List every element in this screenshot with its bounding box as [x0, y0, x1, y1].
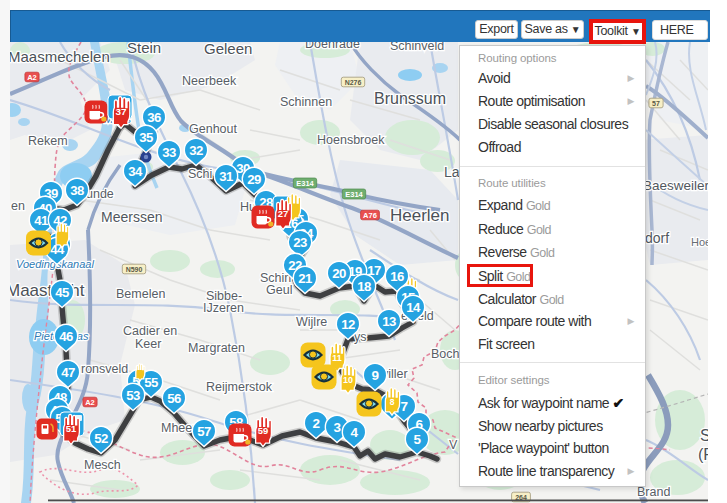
- svg-text:Bemelen: Bemelen: [116, 287, 165, 301]
- svg-text:20: 20: [332, 266, 346, 281]
- svg-text:Schinveld: Schinveld: [390, 42, 444, 53]
- svg-text:IJzeren: IJzeren: [203, 301, 244, 315]
- svg-text:21: 21: [298, 271, 312, 286]
- svg-text:7: 7: [400, 399, 407, 414]
- svg-text:57: 57: [197, 424, 211, 439]
- svg-text:41: 41: [34, 213, 48, 228]
- svg-text:Hoe: Hoe: [691, 236, 708, 248]
- svg-text:E314: E314: [296, 179, 314, 188]
- svg-text:10: 10: [343, 375, 353, 385]
- svg-text:55: 55: [144, 375, 158, 390]
- svg-text:12: 12: [341, 317, 355, 332]
- svg-text:A76: A76: [363, 211, 377, 220]
- svg-text:36: 36: [147, 110, 161, 125]
- svg-text:8: 8: [390, 397, 395, 407]
- svg-text:V: V: [449, 438, 458, 452]
- svg-text:4: 4: [350, 425, 358, 440]
- svg-text:3: 3: [333, 420, 341, 435]
- svg-text:Reijmerstok: Reijmerstok: [206, 380, 273, 394]
- svg-text:52: 52: [94, 431, 108, 446]
- svg-text:(R: (R: [698, 446, 708, 463]
- svg-text:Neerbeek: Neerbeek: [182, 74, 237, 88]
- svg-text:Brand: Brand: [637, 485, 670, 499]
- svg-text:Genhout: Genhout: [189, 122, 237, 136]
- svg-text:Geul: Geul: [266, 283, 292, 297]
- svg-text:A2: A2: [85, 398, 95, 407]
- svg-text:45: 45: [55, 285, 69, 300]
- svg-text:11: 11: [332, 353, 342, 363]
- svg-text:Hoensbroek: Hoensbroek: [317, 133, 385, 147]
- svg-text:Meerssen: Meerssen: [101, 209, 162, 225]
- svg-text:57: 57: [652, 100, 660, 107]
- svg-text:32: 32: [189, 143, 203, 158]
- svg-text:Mesch: Mesch: [84, 458, 121, 472]
- svg-text:dorf: dorf: [645, 230, 669, 246]
- svg-text:E314: E314: [345, 190, 363, 199]
- svg-text:N590: N590: [126, 266, 143, 273]
- svg-text:27: 27: [278, 208, 289, 219]
- svg-text:18: 18: [357, 279, 371, 294]
- svg-text:Margraten: Margraten: [188, 341, 245, 355]
- svg-text:13: 13: [382, 314, 396, 329]
- svg-text:51: 51: [66, 423, 77, 434]
- svg-text:Mheer: Mheer: [161, 421, 196, 435]
- svg-text:A2: A2: [27, 73, 37, 82]
- svg-text:Schinnen: Schinnen: [280, 95, 332, 109]
- svg-text:37: 37: [115, 106, 127, 117]
- svg-text:N276: N276: [345, 79, 362, 86]
- svg-text:2: 2: [312, 416, 319, 431]
- svg-text:unde: unde: [86, 187, 114, 201]
- svg-text:9: 9: [371, 368, 378, 383]
- svg-text:Rekem: Rekem: [28, 134, 68, 148]
- svg-text:29: 29: [247, 172, 261, 187]
- svg-text:Heerlen: Heerlen: [390, 206, 450, 225]
- svg-text:56: 56: [167, 391, 181, 406]
- svg-text:31: 31: [219, 169, 233, 184]
- svg-text:16: 16: [390, 269, 404, 284]
- svg-text:Cadier en: Cadier en: [123, 324, 177, 338]
- svg-text:en: en: [11, 199, 25, 213]
- svg-text:14: 14: [406, 300, 421, 315]
- svg-text:35: 35: [139, 130, 153, 145]
- svg-text:33: 33: [162, 145, 176, 160]
- svg-text:Doenrade: Doenrade: [305, 42, 360, 51]
- svg-text:34: 34: [128, 164, 143, 179]
- svg-text:Wijlre: Wijlre: [296, 315, 327, 329]
- svg-text:Keer: Keer: [135, 337, 161, 351]
- svg-text:53: 53: [126, 388, 140, 403]
- svg-text:47: 47: [61, 365, 75, 380]
- svg-text:5: 5: [413, 432, 421, 447]
- svg-text:Geleen: Geleen: [204, 42, 252, 57]
- svg-text:Baesweiler: Baesweiler: [643, 178, 708, 193]
- svg-text:Stein: Stein: [127, 42, 161, 56]
- svg-text:Brunssum: Brunssum: [374, 90, 446, 107]
- svg-text:Schi: Schi: [188, 167, 212, 181]
- svg-text:S: S: [700, 427, 708, 444]
- svg-text:23: 23: [293, 235, 307, 250]
- svg-text:59: 59: [258, 425, 269, 436]
- svg-text:ronsveld: ronsveld: [81, 362, 128, 376]
- svg-text:38: 38: [70, 183, 84, 198]
- svg-text:46: 46: [59, 329, 73, 344]
- svg-text:Maasmechelen: Maasmechelen: [10, 48, 110, 65]
